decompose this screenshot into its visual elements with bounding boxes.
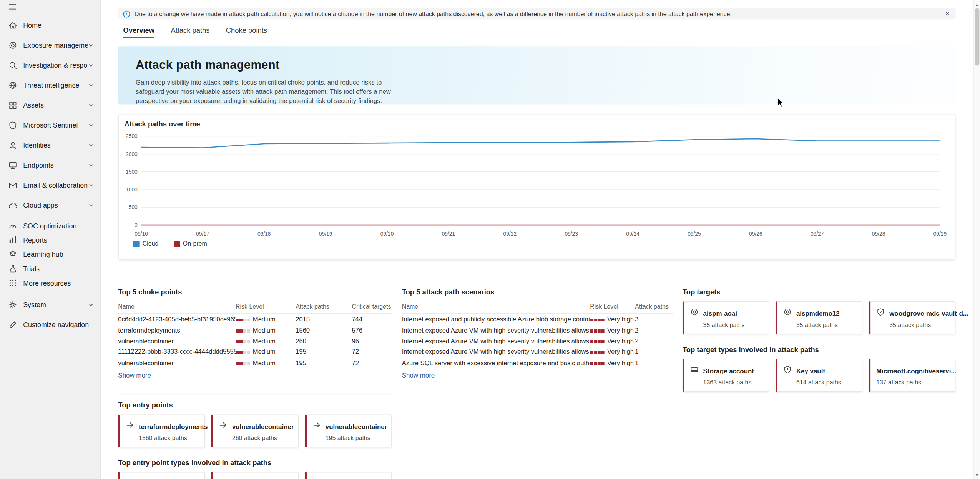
chevron-down-icon [88,121,95,128]
chevron-down-icon [88,141,95,148]
svg-text:09/29: 09/29 [933,231,947,237]
table-row[interactable]: terraformdeployments Medium 1560 576 [118,325,392,336]
scrollbar-thumb[interactable] [975,8,979,66]
hamburger-icon [8,3,17,14]
risk-level-indicator [590,351,604,354]
table-row[interactable]: Internet exposed Azure VM with high seve… [402,346,673,357]
virtual-machine-icon [219,478,228,479]
key-vault-icon [876,308,885,316]
sentinel-shield-icon [8,120,17,130]
tab-attack-paths[interactable]: Attack paths [171,23,209,38]
sidebar-item-customize-navigation[interactable]: Customize navigation [0,314,100,334]
column-header: Name [118,301,236,314]
svg-text:09/28: 09/28 [872,231,885,237]
grid-dots-icon [8,278,17,288]
svg-text:09/21: 09/21 [442,231,455,237]
sidebar-item-soc-optimization[interactable]: SOC optimization [0,218,100,233]
tab-bar: Overview Attack paths Choke points [118,23,955,38]
entry-point-types-title: Top entry point types involved in attack… [118,459,392,466]
hero-banner: Attack path management Gain deep visibil… [118,46,955,104]
svg-text:0: 0 [135,222,138,228]
column-header: Critical targets [352,301,392,314]
scenarios-show-more-link[interactable]: Show more [402,372,435,379]
close-icon[interactable]: ✕ [945,10,950,17]
vertical-scrollbar[interactable]: ▲ ▼ [973,0,980,479]
svg-text:09/22: 09/22 [503,231,517,237]
azure-openai-icon [690,308,699,316]
sidebar-item-threat-intelligence[interactable]: Threat intelligence [0,75,100,95]
sidebar-item-email-collaboration[interactable]: Email & collaboration [0,175,100,195]
target-type-card[interactable]: Key vault614 attack paths [776,359,862,392]
table-row[interactable]: 0c6d4dd2-4123-405d-beb5-bf31950ce965 Med… [118,314,392,325]
attack-paths-over-time-card: Attack paths over time 05001000150020002… [118,114,955,260]
target-type-card[interactable]: Microsoft.cognitiveservi...137 attack pa… [869,359,956,392]
gear-icon [8,300,17,309]
tab-choke-points[interactable]: Choke points [226,23,267,38]
chevron-down-icon [88,81,95,88]
table-row[interactable]: 11112222-bbbb-3333-cccc-4444dddd5555 Med… [118,346,392,357]
sidebar-item-investigation-response[interactable]: Investigation & response [0,55,100,75]
scroll-down-arrow[interactable]: ▼ [974,471,980,479]
target-card[interactable]: aispm-aoai35 attack paths [683,301,769,334]
choke-points-table: Name Risk Level Attack paths Critical ta… [118,301,392,368]
target-card[interactable]: aispmdemo1235 attack paths [776,301,862,334]
svg-text:2000: 2000 [126,151,138,157]
table-row[interactable]: vulnerablecontainer Medium 195 72 [118,357,392,368]
entry-point-type-card[interactable]: K8s-container10 attack paths [305,472,392,479]
sidebar-item-exposure-management[interactable]: Exposure management [0,35,100,55]
choke-points-show-more-link[interactable]: Show more [118,372,151,379]
sidebar-item-home[interactable]: Home [0,15,100,35]
risk-level-indicator [236,329,250,332]
svg-text:1000: 1000 [126,186,138,193]
target-types-title: Top target types involved in attack path… [683,346,956,353]
target-card[interactable]: woodgrove-mdc-vault-d...35 attack paths [869,301,956,334]
tab-overview[interactable]: Overview [123,23,154,38]
arrow-right-icon [312,421,321,429]
attack-paths-line-chart: 0500100015002000250009/1609/1709/1809/19… [124,130,950,240]
column-header: Name [402,301,590,314]
target-type-card[interactable]: Storage account1363 attack paths [683,359,769,392]
risk-level-indicator [590,362,604,365]
threat-intelligence-icon [8,80,17,90]
pencil-icon [8,320,17,329]
page-title: Attack path management [136,58,938,72]
entry-point-type-cards: ADO repository2210 attack paths Virtual … [118,472,392,479]
table-row[interactable]: Internet exposed Azure VM with high seve… [402,325,673,336]
table-row[interactable]: Internet exposed and publicly accessible… [402,314,673,325]
risk-level-indicator [236,362,250,365]
storage-account-icon [690,365,699,374]
entry-points-title: Top entry points [118,401,392,409]
cloud-icon [8,200,17,210]
entry-point-card[interactable]: terraformdeployments1560 attack paths [118,414,205,447]
choke-points-column: Top 5 choke points Name Risk Level Attac… [118,281,392,479]
notification-text: Due to a change we have made in attack p… [135,10,732,17]
sidebar-system-group: System Customize navigation [0,294,100,334]
section-divider [402,281,673,281]
repository-icon [126,478,135,479]
sidebar-item-endpoints[interactable]: Endpoints [0,155,100,175]
table-row[interactable]: Azure SQL server with excessive internet… [402,357,673,368]
azure-openai-icon [783,308,792,316]
sidebar-item-learning-hub[interactable]: Learning hub [0,247,100,261]
entry-point-card[interactable]: vulnerablecontainer195 attack paths [305,414,392,447]
sidebar: Home Exposure management Investigation &… [0,0,101,479]
entry-point-card[interactable]: vulnerablecontainer260 attack paths [211,414,299,447]
sidebar-item-microsoft-sentinel[interactable]: Microsoft Sentinel [0,115,100,135]
table-row[interactable]: vulnerablecontainer Medium 260 96 [118,336,392,346]
column-header: Attack paths [635,301,673,314]
sidebar-item-system[interactable]: System [0,294,100,314]
sidebar-item-identities[interactable]: Identities [0,135,100,155]
sidebar-secondary-group: SOC optimization Reports Learning hub Tr… [0,218,100,290]
sidebar-item-assets[interactable]: Assets [0,95,100,115]
table-row[interactable]: Internet exposed Azure VM with high seve… [402,336,673,346]
section-divider [683,281,956,281]
entry-point-type-card[interactable]: Virtual machine11 attack paths [211,472,299,479]
scroll-up-arrow[interactable]: ▲ [974,1,980,8]
menu-toggle[interactable] [0,1,100,15]
sidebar-item-reports[interactable]: Reports [0,233,100,247]
sidebar-item-cloud-apps[interactable]: Cloud apps [0,195,100,215]
container-icon [312,478,321,479]
sidebar-item-trials[interactable]: Trials [0,261,100,276]
sidebar-item-more-resources[interactable]: More resources [0,276,100,290]
entry-point-type-card[interactable]: ADO repository2210 attack paths [118,472,205,479]
